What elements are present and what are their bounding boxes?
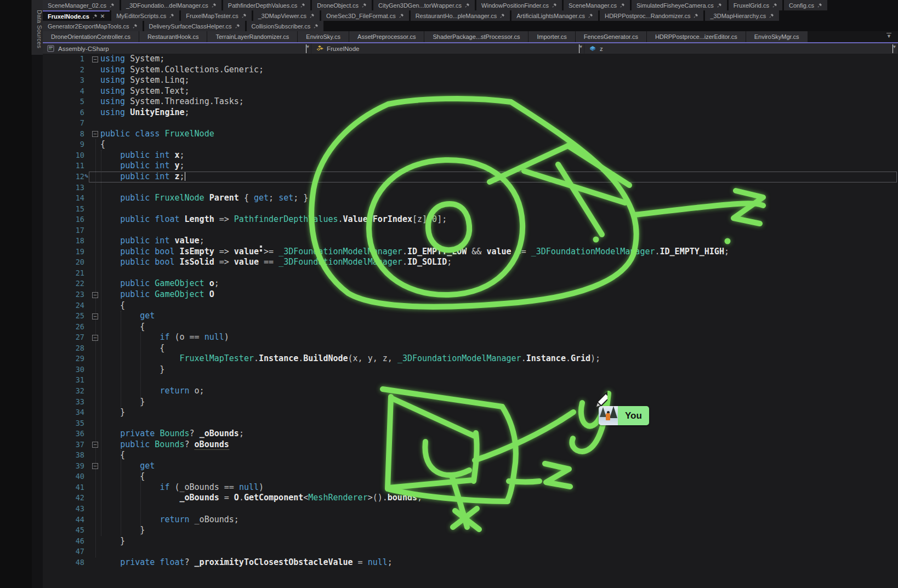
code-line-36[interactable]: 36 private Bounds? _oBounds; <box>43 429 898 439</box>
code-line-40[interactable]: 40 { <box>43 471 898 482</box>
code-line-20[interactable]: 20 public bool IsSolid => value == _3DFo… <box>43 257 898 268</box>
fold-collapse-icon[interactable]: – <box>92 56 98 62</box>
tab-fruxelnode-cs[interactable]: FruxelNode.cs✕ <box>43 10 110 21</box>
pin-icon[interactable] <box>588 13 593 19</box>
code-line-31[interactable]: 31 <box>43 375 898 386</box>
tab-artificiallightsmanager-cs[interactable]: ArtificialLightsManager.cs <box>511 10 598 21</box>
code-line-11[interactable]: 11 public int y; <box>43 161 898 172</box>
tab-windowpositionfinder-cs[interactable]: WindowPositionFinder.cs <box>476 0 562 10</box>
tab-terrainlayerrandomizer-cs[interactable]: TerrainLayerRandomizer.cs <box>207 31 297 42</box>
fold-collapse-icon[interactable]: – <box>92 131 98 137</box>
code-line-44[interactable]: 44 return _oBounds; <box>43 515 898 526</box>
code-line-10[interactable]: 10 public int x; <box>43 150 898 161</box>
pin-icon[interactable] <box>619 3 625 8</box>
code-line-39[interactable]: 39– get <box>43 461 898 472</box>
code-line-3[interactable]: 3using System.Linq; <box>43 75 898 86</box>
tab-overflow-button[interactable]: ▼ <box>886 33 891 38</box>
pin-icon[interactable] <box>499 13 505 19</box>
fold-collapse-icon[interactable]: – <box>92 463 98 469</box>
tab-pathfinderdepthvalues-cs[interactable]: PathfinderDepthValues.cs <box>223 0 310 10</box>
pin-icon[interactable] <box>769 13 774 19</box>
pin-icon[interactable] <box>300 3 305 8</box>
code-line-16[interactable]: 16 public float Length => PathfinderDept… <box>43 214 898 225</box>
close-icon[interactable]: ✕ <box>100 13 105 19</box>
code-line-46[interactable]: 46 } <box>43 536 898 547</box>
code-line-28[interactable]: 28 { <box>43 343 898 354</box>
code-line-4[interactable]: 4using System.Text; <box>43 86 898 97</box>
code-line-47[interactable]: 47 <box>43 546 898 557</box>
tab-restauranthook-cs[interactable]: RestaurantHook.cs <box>139 31 207 42</box>
tab-onesec3d-fileformat-cs[interactable]: OneSec3D_FileFormat.cs <box>321 10 409 21</box>
pin-icon[interactable] <box>817 3 822 8</box>
code-line-2[interactable]: 2using System.Collections.Generic; <box>43 65 898 76</box>
fold-collapse-icon[interactable]: – <box>92 292 98 298</box>
pin-icon[interactable] <box>717 3 722 8</box>
tab-droneobject-cs[interactable]: DroneObject.cs <box>312 0 372 10</box>
code-line-41[interactable]: 41 if (_oBounds == null) <box>43 482 898 493</box>
tab--3dfoundatio-delmanager-cs[interactable]: _3DFoundatio...delManager.cs <box>121 0 221 10</box>
tab--3dmapviewer-cs[interactable]: _3DMapViewer.cs <box>253 10 320 21</box>
code-line-34[interactable]: 34 } <box>43 407 898 418</box>
code-line-37[interactable]: 37– public Bounds? oBounds <box>43 439 898 450</box>
tab-enviroskymgr-cs[interactable]: EnviroSkyMgr.cs <box>746 31 808 42</box>
code-line-5[interactable]: 5using System.Threading.Tasks; <box>43 96 898 107</box>
code-line-48[interactable]: 48 private float? _proximityToClosestObs… <box>43 557 898 568</box>
code-line-30[interactable]: 30 } <box>43 364 898 375</box>
data-sources-panel-tab[interactable]: Data Sources <box>31 0 43 55</box>
tab-simulatedfisheyecamera-cs[interactable]: SimulatedFisheyeCamera.cs <box>632 0 727 10</box>
code-line-33[interactable]: 33 } <box>43 397 898 408</box>
tab-hdrppostproc-randomizer-cs[interactable]: HDRPPostproc...Randomizer.cs <box>600 10 704 21</box>
tab-importer-cs[interactable]: Importer.cs <box>528 31 575 42</box>
navbar-type-dropdown[interactable]: FruxelNode ▼ <box>311 43 584 54</box>
fold-collapse-icon[interactable]: – <box>92 313 98 319</box>
code-line-27[interactable]: 27– if (o == null) <box>43 332 898 343</box>
tab-scenemanager-02-cs[interactable]: SceneManager_02.cs <box>43 0 120 10</box>
tab-generator2exportmaptools-cs[interactable]: Generator2ExportMapTools.cs <box>43 21 143 31</box>
code-line-6[interactable]: 6using UnityEngine; <box>43 107 898 118</box>
code-line-45[interactable]: 45 } <box>43 525 898 536</box>
tab-assetpreprocessor-cs[interactable]: AssetPreprocessor.cs <box>349 31 424 42</box>
code-line-22[interactable]: 22 public GameObject o; <box>43 278 898 289</box>
code-line-18[interactable]: 18 public int value; <box>43 236 898 247</box>
pin-icon[interactable] <box>132 24 138 29</box>
tab-restaurantho-plemanager-cs[interactable]: RestaurantHo...pleManager.cs <box>411 10 510 21</box>
tab-droneorientationcontroller-cs[interactable]: DroneOrientationController.cs <box>43 31 139 42</box>
code-line-7[interactable]: 7 <box>43 118 898 129</box>
tab-fruxelmaptester-cs[interactable]: FruxelMapTester.cs <box>181 10 251 21</box>
code-line-19[interactable]: 19 public bool IsEmpty => value >= _3DFo… <box>43 247 898 258</box>
code-line-15[interactable]: 15 <box>43 204 898 215</box>
code-line-14[interactable]: 14 public FruxelNode Parent { get; set; … <box>43 193 898 204</box>
code-line-42[interactable]: 42 _oBounds = O.GetComponent<MeshRendere… <box>43 493 898 504</box>
pin-icon[interactable] <box>693 13 698 19</box>
pin-icon[interactable] <box>109 3 115 8</box>
code-line-29[interactable]: 29 FruxelMapTester.Instance.BuildNode(x,… <box>43 353 898 364</box>
tab-fruxelgrid-cs[interactable]: FruxelGrid.cs <box>729 0 782 10</box>
tab-hdrppostproce-izereditor-cs[interactable]: HDRPPostproce...izerEditor.cs <box>647 31 746 42</box>
code-line-13[interactable]: 13 <box>43 182 898 193</box>
navbar-member-dropdown[interactable]: z ▼ <box>584 43 898 54</box>
pin-icon[interactable] <box>399 13 404 19</box>
fold-collapse-icon[interactable]: – <box>92 335 98 341</box>
code-line-43[interactable]: 43 <box>43 504 898 515</box>
pin-icon[interactable] <box>235 24 240 29</box>
tab-envirosky-cs[interactable]: EnviroSky.cs <box>298 31 349 42</box>
fold-collapse-icon[interactable]: – <box>92 442 98 448</box>
pin-icon[interactable] <box>92 14 98 19</box>
tab-scenemanager-cs[interactable]: SceneManager.cs <box>564 0 630 10</box>
tab-fencesgenerator-cs[interactable]: FencesGenerator.cs <box>576 31 646 42</box>
code-line-8[interactable]: 8–public class FruxelNode <box>43 129 898 140</box>
pin-icon[interactable] <box>361 3 367 8</box>
pin-icon[interactable] <box>211 3 217 8</box>
pin-icon[interactable] <box>309 13 315 19</box>
tab-deliverysurfaceclasshelper-cs[interactable]: DeliverySurfaceClassHelper.cs <box>144 21 245 31</box>
code-line-32[interactable]: 32 return o; <box>43 386 898 397</box>
pin-icon[interactable] <box>552 3 557 8</box>
tab-config-cs[interactable]: Config.cs <box>784 0 827 10</box>
code-line-24[interactable]: 24 { <box>43 300 898 311</box>
code-line-23[interactable]: 23– public GameObject O <box>43 289 898 300</box>
tab-collisionsubscriber-cs[interactable]: CollisionSubscriber.cs <box>247 21 324 31</box>
tab-shaderpackage-stprocessor-cs[interactable]: ShaderPackage...stProcessor.cs <box>424 31 528 42</box>
pin-icon[interactable] <box>313 24 319 29</box>
code-editor[interactable]: 1–using System;2using System.Collections… <box>43 54 898 588</box>
pin-icon[interactable] <box>169 13 174 19</box>
